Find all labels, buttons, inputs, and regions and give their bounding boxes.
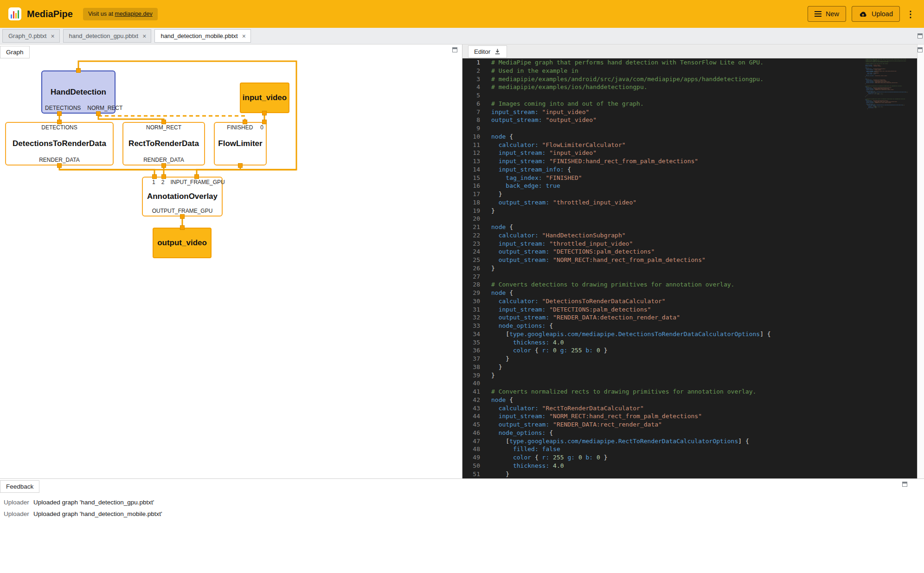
code-line[interactable]: node {: [491, 133, 917, 141]
feedback-entry: UploaderUploaded graph 'hand_detection_m…: [0, 508, 924, 520]
tab-graph[interactable]: Graph: [0, 46, 30, 58]
graph-canvas[interactable]: HandDetection DETECTIONS NORM_RECT input…: [0, 58, 462, 478]
code-line[interactable]: tag_index: "FINISHED": [491, 174, 917, 182]
code-line[interactable]: # mediapipie/examples/ios/handdetectiong…: [491, 83, 917, 91]
code-line[interactable]: input_stream: "input_video": [491, 149, 917, 157]
code-line[interactable]: # Converts detections to drawing primiti…: [491, 280, 917, 289]
code-line[interactable]: calculator: "RectToRenderDataCalculator": [491, 404, 917, 413]
panel-toggle-icon[interactable]: [452, 47, 457, 52]
code-line[interactable]: [type.googleapis.com/mediapipe.Detection…: [491, 330, 917, 338]
code-line[interactable]: input_stream: "input_video": [491, 108, 917, 116]
line-number: 8: [462, 116, 486, 124]
editor-scrollbar[interactable]: [911, 58, 917, 478]
code-line[interactable]: output_stream: "NORM_RECT:hand_rect_from…: [491, 256, 917, 264]
new-button[interactable]: New: [808, 6, 846, 22]
mediapipe-dev-link[interactable]: mediapipe.dev: [115, 11, 152, 17]
code-line[interactable]: output_stream: "throttled_input_video": [491, 198, 917, 207]
node-title: input_video: [241, 83, 289, 112]
code-line[interactable]: calculator: "DetectionsToRenderDataCalcu…: [491, 297, 917, 306]
code-line[interactable]: input_stream_info: {: [491, 166, 917, 174]
code-line[interactable]: }: [491, 470, 917, 478]
line-number: 51: [462, 470, 486, 478]
line-number: 21: [462, 223, 486, 231]
code-line[interactable]: node {: [491, 396, 917, 404]
code-line[interactable]: # MediaPipe graph that performs hand det…: [491, 58, 917, 67]
line-number: 3: [462, 75, 486, 83]
code-line[interactable]: # Converts normalized rects to drawing p…: [491, 388, 917, 396]
graph-node-rect-to-render-data[interactable]: NORM_RECT RectToRenderData RENDER_DATA: [122, 122, 205, 166]
graph-node-output-video[interactable]: output_video: [153, 228, 212, 258]
code-line[interactable]: [491, 215, 917, 223]
panel-toggle-icon[interactable]: [902, 482, 907, 487]
code-line[interactable]: thickness: 4.0: [491, 462, 917, 470]
feedback-tab-label: Feedback: [6, 483, 33, 490]
graph-node-hand-detection[interactable]: HandDetection DETECTIONS NORM_RECT: [41, 70, 116, 114]
code-line[interactable]: thickness: 4.0: [491, 338, 917, 347]
code-line[interactable]: color { r: 0 g: 255 b: 0 }: [491, 346, 917, 355]
code-line[interactable]: }: [491, 371, 917, 380]
code-line[interactable]: input_stream: "DETECTIONS:palm_detection…: [491, 306, 917, 314]
code-editor[interactable]: 1234567891011121314151617181920212223242…: [462, 58, 917, 478]
code-line[interactable]: [491, 273, 917, 281]
file-tab[interactable]: hand_detection_gpu.pbtxt×: [63, 29, 152, 43]
tab-feedback[interactable]: Feedback: [0, 480, 39, 493]
close-icon[interactable]: ×: [142, 32, 146, 40]
code-line[interactable]: # Used in the example in: [491, 67, 917, 75]
line-number: 20: [462, 215, 486, 223]
line-number: 41: [462, 388, 486, 396]
code-line[interactable]: [491, 91, 917, 100]
line-number: 28: [462, 280, 486, 289]
graph-node-detections-to-render-data[interactable]: DETECTIONS DetectionsToRenderData RENDER…: [5, 122, 114, 166]
editor-code[interactable]: # MediaPipe graph that performs hand det…: [486, 58, 917, 478]
graph-node-flow-limiter[interactable]: FINISHED 0 FlowLimiter: [214, 122, 267, 166]
graph-node-annotation-overlay[interactable]: 1 2 INPUT_FRAME_GPU AnnotationOverlay OU…: [142, 177, 223, 216]
close-icon[interactable]: ×: [51, 32, 54, 40]
code-line[interactable]: calculator: "HandDetectionSubgraph": [491, 231, 917, 240]
panel-toggle-icon[interactable]: [918, 33, 923, 38]
graph-node-input-video[interactable]: input_video: [240, 83, 289, 113]
code-line[interactable]: }: [491, 190, 917, 198]
line-number: 38: [462, 363, 486, 371]
node-title: HandDetection: [42, 79, 115, 105]
upload-button[interactable]: Upload: [852, 6, 900, 22]
code-line[interactable]: node_options: {: [491, 322, 917, 330]
code-line[interactable]: output_stream: "output_video": [491, 116, 917, 124]
code-line[interactable]: color { r: 255 g: 0 b: 0 }: [491, 453, 917, 462]
code-line[interactable]: output_stream: "DETECTIONS:palm_detectio…: [491, 248, 917, 256]
code-line[interactable]: input_stream: "throttled_input_video": [491, 240, 917, 248]
editor-minimap[interactable]: # MediaPipe graph that performs hand det…: [865, 58, 911, 478]
code-line[interactable]: # Images coming into and out of the grap…: [491, 100, 917, 108]
code-line[interactable]: }: [491, 355, 917, 363]
code-line[interactable]: node_options: {: [491, 429, 917, 437]
code-line[interactable]: output_stream: "RENDER_DATA:rect_render_…: [491, 420, 917, 429]
line-number: 9: [462, 124, 486, 133]
code-line[interactable]: [type.googleapis.com/mediapipe.RectToRen…: [491, 437, 917, 446]
code-line[interactable]: input_stream: "FINISHED:hand_rect_from_p…: [491, 157, 917, 166]
code-line[interactable]: node {: [491, 289, 917, 297]
line-number: 34: [462, 330, 486, 338]
code-line[interactable]: }: [491, 363, 917, 371]
code-line[interactable]: # mediapipie/examples/android/src/java/c…: [491, 75, 917, 83]
close-icon[interactable]: ×: [242, 32, 246, 40]
visit-link-chip[interactable]: Visit us at mediapipe.dev: [83, 8, 158, 20]
line-number: 4: [462, 83, 486, 91]
code-line[interactable]: calculator: "FlowLimiterCalculator": [491, 141, 917, 149]
line-number: 25: [462, 256, 486, 264]
code-line[interactable]: node {: [491, 223, 917, 231]
code-line[interactable]: back_edge: true: [491, 182, 917, 190]
new-button-label: New: [826, 10, 839, 18]
code-line[interactable]: [491, 124, 917, 133]
panel-toggle-icon[interactable]: [918, 47, 923, 52]
code-line[interactable]: input_stream: "NORM_RECT:hand_rect_from_…: [491, 412, 917, 420]
code-line[interactable]: }: [491, 207, 917, 215]
code-line[interactable]: [491, 379, 917, 388]
code-line[interactable]: }: [491, 264, 917, 273]
tab-editor[interactable]: Editor: [468, 45, 507, 58]
download-icon[interactable]: [494, 48, 501, 55]
file-tab[interactable]: Graph_0.pbtxt×: [2, 29, 60, 43]
code-line[interactable]: output_stream: "RENDER_DATA:detection_re…: [491, 313, 917, 322]
overflow-menu-icon[interactable]: ⋮: [905, 9, 916, 19]
file-tab[interactable]: hand_detection_mobile.pbtxt×: [154, 29, 250, 43]
code-line[interactable]: filled: false: [491, 445, 917, 453]
line-number: 2: [462, 67, 486, 75]
